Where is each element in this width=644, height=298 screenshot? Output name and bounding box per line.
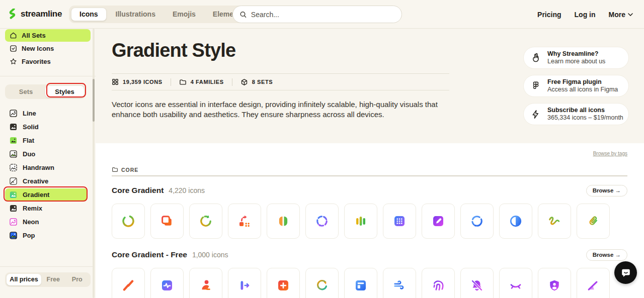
- filter-all-prices[interactable]: All prices: [7, 274, 41, 285]
- sidebar-style-line[interactable]: Line: [5, 107, 88, 120]
- toggle-sets[interactable]: Sets: [7, 86, 45, 97]
- gradient-style-icon: [9, 190, 18, 199]
- more-menu[interactable]: More: [609, 11, 633, 19]
- icon-tile-dots-grid-square[interactable]: [383, 204, 416, 239]
- sidebar-style-duo[interactable]: Duo: [5, 148, 88, 160]
- icon-tile-rotate-sync[interactable]: [189, 204, 222, 239]
- sidebar-style-creative[interactable]: Creative: [5, 175, 88, 187]
- home-icon: [10, 32, 17, 39]
- main-content: Gradient Style 19,359 ICONS 4 FAMILIES 8…: [96, 29, 644, 298]
- icon-tile-edit-pencil-square[interactable]: [422, 204, 455, 239]
- families-section: Browse by tags CORE Core Gradient 4,220 …: [96, 143, 644, 298]
- icon-tile-pulse-monitor-square[interactable]: [150, 268, 184, 298]
- sidebar-divider: [0, 76, 96, 76]
- promo-cards: Why Streamline? Learn more about us Free…: [523, 47, 629, 125]
- icon-tile-layout-template-square[interactable]: [344, 268, 377, 298]
- page-title: Gradient Style: [112, 40, 235, 61]
- sidebar-item-new-icons[interactable]: New Icons: [5, 42, 91, 55]
- browse-button-core-gradient-free[interactable]: Browse →: [586, 249, 627, 261]
- chat-widget-button[interactable]: [614, 261, 637, 284]
- sidebar-item-favorites[interactable]: Favorites: [5, 55, 91, 68]
- sidebar-style-gradient[interactable]: Gradient: [5, 188, 88, 201]
- subscribe-card[interactable]: Subscribe all icons 365,334 icons – $19/…: [523, 103, 629, 125]
- icon-tile-brain-split[interactable]: [267, 204, 300, 239]
- browse-button-core-gradient[interactable]: Browse →: [586, 185, 627, 196]
- stat-icons: 19,359 ICONS: [112, 78, 163, 85]
- sidebar-style-handrawn[interactable]: Handrawn: [5, 161, 88, 174]
- sidebar-style-flat[interactable]: Flat: [5, 134, 88, 147]
- icon-tile-fingerprint-at[interactable]: [422, 268, 455, 298]
- core-group-header: CORE: [112, 166, 138, 173]
- figma-icon: [530, 80, 542, 91]
- checkbox-icon: [10, 45, 17, 52]
- folder-icon: [112, 166, 118, 173]
- icon-tile-closed-eye-lashes[interactable]: [499, 268, 532, 298]
- style-hero: Gradient Style 19,359 ICONS 4 FAMILIES 8…: [96, 29, 644, 143]
- toggle-styles[interactable]: Styles: [45, 86, 84, 97]
- icon-tile-plus-square[interactable]: [267, 268, 300, 298]
- folder-icon: [179, 78, 187, 86]
- icon-tile-loader-circle[interactable]: [112, 204, 145, 239]
- family-header-core-gradient-free: Core Gradient - Free 1,000 icons: [112, 250, 228, 259]
- peace-hand-icon: [530, 52, 542, 64]
- browse-by-tags-link[interactable]: Browse by tags: [593, 151, 627, 156]
- styles-list: Line Solid Flat Duo Handrawn Creative: [0, 106, 93, 243]
- stat-families: 4 FAMILIES: [179, 78, 224, 86]
- login-link[interactable]: Log in: [575, 11, 596, 19]
- product-tabs: Icons Illustrations Emojis Elements: [69, 6, 254, 23]
- icon-tile-shield-user[interactable]: [538, 268, 571, 298]
- icon-tile-wind-lines[interactable]: [383, 268, 416, 298]
- streamline-logo[interactable]: streamline: [8, 9, 62, 20]
- icon-tile-sync-dashed-purple[interactable]: [305, 204, 339, 239]
- chat-bubble-icon: [620, 267, 631, 278]
- sidebar-item-all-sets[interactable]: All Sets: [5, 29, 91, 42]
- filter-pro[interactable]: Pro: [65, 274, 90, 285]
- icon-tile-streamline-bolt[interactable]: [112, 268, 145, 298]
- sidebar-scrollbar-track[interactable]: [93, 29, 95, 298]
- handrawn-style-icon: [9, 163, 18, 172]
- icon-grid-core-gradient: [112, 204, 610, 239]
- icon-tile-rotate-refresh[interactable]: [305, 268, 339, 298]
- chevron-down-icon: [628, 13, 633, 16]
- neon-style-icon: [9, 218, 18, 226]
- icon-tile-contrast-half-circle[interactable]: [499, 204, 532, 239]
- tab-illustrations[interactable]: Illustrations: [108, 8, 164, 21]
- sidebar: All Sets New Icons Favorites Sets Styles…: [0, 29, 96, 298]
- streamline-app: streamline Icons Illustrations Emojis El…: [0, 0, 644, 298]
- sidebar-style-solid[interactable]: Solid: [5, 121, 88, 133]
- tab-icons[interactable]: Icons: [71, 8, 107, 21]
- why-streamline-card[interactable]: Why Streamline? Learn more about us: [523, 47, 629, 69]
- flat-style-icon: [9, 136, 18, 145]
- icon-tile-scribble-wave[interactable]: [538, 204, 571, 239]
- icon-tile-ramp-slope[interactable]: [577, 268, 610, 298]
- grid-icon: [112, 78, 119, 85]
- figma-plugin-card[interactable]: Free Figma plugin Access all icons in Fi…: [523, 75, 629, 97]
- search-bar[interactable]: [232, 6, 402, 23]
- sidebar-scrollbar-thumb[interactable]: [93, 79, 95, 122]
- sets-styles-toggle: Sets Styles: [5, 84, 86, 99]
- sidebar-style-neon[interactable]: Neon: [5, 216, 88, 228]
- star-icon: [10, 58, 17, 65]
- icon-grid-core-gradient-free: [112, 268, 610, 298]
- brand-name: streamline: [21, 9, 62, 19]
- icon-tile-logout-arrow[interactable]: [228, 268, 261, 298]
- family-header-core-gradient: Core Gradient 4,220 icons: [112, 186, 205, 195]
- icon-tile-sync-dashed-blue[interactable]: [460, 204, 494, 239]
- icon-tile-paperclip[interactable]: [577, 204, 610, 239]
- filter-free[interactable]: Free: [41, 274, 65, 285]
- icon-tile-copy-squares[interactable]: [150, 204, 184, 239]
- stat-divider: [232, 78, 232, 86]
- icon-tile-bell-off[interactable]: [460, 268, 494, 298]
- search-input[interactable]: [251, 11, 395, 19]
- solid-style-icon: [9, 123, 18, 131]
- sidebar-style-pop[interactable]: Pop: [5, 229, 88, 242]
- top-header: streamline Icons Illustrations Emojis El…: [0, 0, 644, 29]
- search-icon: [239, 11, 247, 19]
- tab-emojis[interactable]: Emojis: [165, 8, 204, 21]
- sidebar-style-remix[interactable]: Remix: [5, 202, 88, 215]
- lightning-icon: [530, 109, 542, 120]
- icon-tile-equalizer-bars[interactable]: [344, 204, 377, 239]
- icon-tile-person-at-desk[interactable]: [189, 268, 222, 298]
- pricing-link[interactable]: Pricing: [537, 11, 561, 19]
- icon-tile-drag-transfer-dots[interactable]: [228, 204, 261, 239]
